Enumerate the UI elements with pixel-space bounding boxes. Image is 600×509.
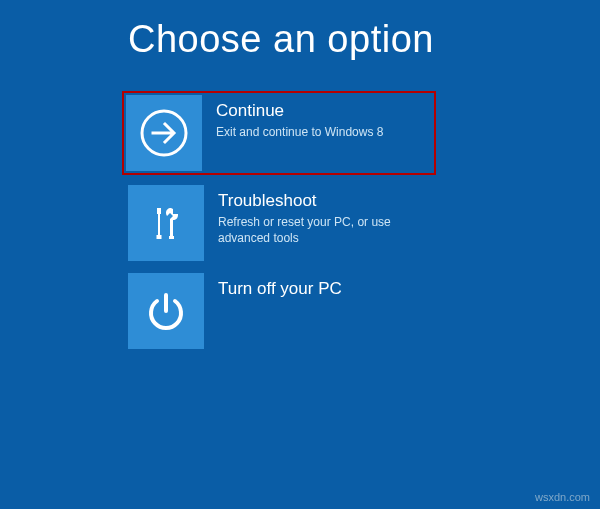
option-troubleshoot[interactable]: Troubleshoot Refresh or reset your PC, o… <box>128 185 438 261</box>
power-icon <box>128 273 204 349</box>
watermark: wsxdn.com <box>535 491 590 503</box>
svg-rect-1 <box>157 208 161 214</box>
arrow-right-icon <box>126 95 202 171</box>
option-continue[interactable]: Continue Exit and continue to Windows 8 <box>124 93 434 173</box>
svg-rect-5 <box>169 236 174 239</box>
option-power-off[interactable]: Turn off your PC <box>128 273 438 349</box>
option-title: Troubleshoot <box>218 191 438 211</box>
svg-rect-4 <box>170 219 173 236</box>
page-title: Choose an option <box>128 18 600 61</box>
options-list: Continue Exit and continue to Windows 8 <box>128 97 600 349</box>
tools-icon <box>128 185 204 261</box>
boot-options-screen: Choose an option Continue Exit and conti… <box>0 0 600 349</box>
option-description: Refresh or reset your PC, or use advance… <box>218 214 418 246</box>
option-description: Exit and continue to Windows 8 <box>216 124 416 140</box>
option-text: Turn off your PC <box>204 273 438 302</box>
option-text: Continue Exit and continue to Windows 8 <box>202 95 432 140</box>
option-title: Continue <box>216 101 432 121</box>
option-title: Turn off your PC <box>218 279 438 299</box>
svg-rect-2 <box>158 214 160 235</box>
option-text: Troubleshoot Refresh or reset your PC, o… <box>204 185 438 246</box>
svg-rect-3 <box>157 235 162 239</box>
